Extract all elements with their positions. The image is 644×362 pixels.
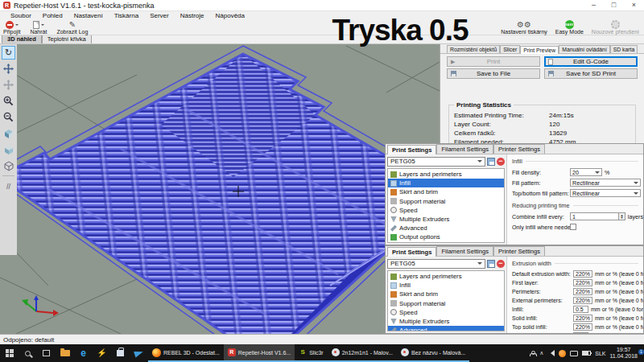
zoom-out-button[interactable] bbox=[2, 110, 15, 124]
list-item[interactable]: Multiple Extruders bbox=[388, 215, 504, 224]
list-item[interactable]: Support material bbox=[388, 299, 504, 308]
load-button[interactable]: Nahrát bbox=[30, 20, 47, 35]
isometric-view-button[interactable] bbox=[2, 126, 15, 140]
list-item[interactable]: Advanced bbox=[388, 224, 504, 232]
list-item[interactable]: Speed bbox=[388, 308, 504, 317]
save-for-sd-button[interactable]: Save for SD Print bbox=[544, 68, 638, 79]
task-view-button[interactable] bbox=[37, 344, 56, 362]
show-log-button[interactable]: ✎ Zobrazit Log bbox=[56, 20, 88, 35]
extrusion-width-input[interactable]: 220% bbox=[573, 288, 592, 295]
zoom-in-button[interactable] bbox=[2, 94, 15, 108]
menu-soubor[interactable]: Soubor bbox=[5, 12, 37, 19]
taskbar-app-repetier[interactable]: R Repetier-Host V1.6... bbox=[224, 344, 295, 362]
tab-3d-view[interactable]: 3D náhled bbox=[2, 35, 42, 43]
menu-nastroje[interactable]: Nástroje bbox=[175, 12, 210, 19]
only-infill-checkbox[interactable] bbox=[570, 224, 576, 230]
tab-filament-settings[interactable]: Filament Settings bbox=[436, 246, 493, 256]
taskbar-app-slic3r[interactable]: S Slic3r bbox=[295, 344, 328, 362]
start-button[interactable] bbox=[0, 344, 19, 362]
save-preset-icon[interactable] bbox=[487, 260, 495, 268]
taskbar-app-paint-2[interactable]: Bez názvu - Malová... bbox=[397, 344, 469, 362]
front-view-button[interactable] bbox=[2, 142, 15, 156]
volume-icon[interactable] bbox=[547, 350, 555, 356]
tab-print-settings[interactable]: Print Settings bbox=[387, 145, 436, 154]
delete-preset-icon[interactable]: − bbox=[497, 158, 505, 166]
file-explorer-button[interactable] bbox=[56, 344, 74, 362]
emergency-stop-button[interactable]: Nouzové přerušení bbox=[592, 20, 639, 35]
save-to-file-button[interactable]: Save to File bbox=[447, 68, 540, 79]
hidden-icons-chevron[interactable]: ∧ bbox=[539, 350, 543, 356]
delete-preset-icon[interactable]: − bbox=[497, 260, 505, 268]
tab-filament-settings[interactable]: Filament Settings bbox=[436, 144, 493, 154]
list-item[interactable]: Skirt and brim bbox=[388, 290, 504, 298]
menu-server[interactable]: Server bbox=[144, 12, 175, 19]
tab-printer-settings[interactable]: Printer Settings bbox=[493, 144, 545, 154]
store-button[interactable] bbox=[111, 344, 130, 362]
easy-mode-button[interactable]: EASY Easy Mode bbox=[555, 20, 584, 35]
display-icon[interactable] bbox=[570, 351, 578, 356]
taskbar-app-paint-1[interactable]: 2n12m1n1 - Malov... bbox=[328, 344, 397, 362]
language-indicator[interactable]: SLK bbox=[595, 351, 605, 356]
chevron-down-icon[interactable] bbox=[15, 24, 19, 27]
connect-button[interactable]: Připojit bbox=[3, 20, 20, 35]
tab-sd-card[interactable]: SD karta bbox=[610, 45, 638, 53]
menu-tiskarna[interactable]: Tiskárna bbox=[109, 12, 144, 19]
print-button[interactable]: ▶ Print bbox=[447, 56, 540, 67]
menu-pohled[interactable]: Pohled bbox=[37, 12, 68, 19]
taskbar-app-firefox[interactable]: REBEL 3D - Odeslat... bbox=[148, 344, 224, 362]
fill-pattern-select[interactable]: Rectilinear bbox=[570, 179, 641, 187]
clock[interactable]: 19:57 11.04.2018 bbox=[609, 347, 638, 360]
utility-button[interactable]: ⚡ bbox=[93, 344, 111, 362]
extrusion-width-input[interactable]: 220% bbox=[573, 315, 592, 322]
menu-nastaveni[interactable]: Nastavení bbox=[68, 12, 109, 19]
preset-select[interactable]: PETG05 bbox=[387, 259, 485, 269]
list-item[interactable]: Infill bbox=[388, 281, 504, 290]
top-bottom-pattern-select[interactable]: Rectilinear bbox=[570, 189, 641, 197]
extrusion-width-input[interactable]: 220% bbox=[573, 297, 592, 304]
tab-printer-settings[interactable]: Printer Settings bbox=[493, 246, 545, 256]
chevron-down-icon[interactable] bbox=[41, 24, 44, 27]
list-item[interactable]: Notes bbox=[388, 242, 504, 244]
minimize-button[interactable]: – bbox=[584, 0, 604, 10]
move-viewpoint-button[interactable] bbox=[2, 78, 15, 92]
move-object-button[interactable] bbox=[2, 62, 15, 76]
fill-density-combo[interactable]: 20 bbox=[570, 168, 602, 176]
list-item[interactable]: Advanced bbox=[388, 326, 504, 331]
list-item[interactable]: Output options bbox=[388, 232, 504, 241]
list-item[interactable]: Layers and perimeters bbox=[388, 272, 504, 281]
tab-slicer[interactable]: Slicer bbox=[500, 45, 520, 53]
combine-infill-input[interactable]: 1 bbox=[570, 212, 619, 220]
menu-napoveda[interactable]: Nápověda bbox=[210, 12, 250, 19]
antivirus-icon[interactable] bbox=[559, 350, 566, 357]
top-view-button[interactable] bbox=[2, 158, 15, 172]
printer-settings-button[interactable]: ⚙⚙ Nastavení tiskárny bbox=[501, 20, 547, 35]
tab-manual-control[interactable]: Manuální ovládání bbox=[559, 45, 610, 53]
builder-app-button[interactable] bbox=[130, 344, 148, 362]
list-item[interactable]: Multiple Extruders bbox=[388, 317, 504, 326]
list-item[interactable]: Skirt and brim bbox=[388, 187, 504, 196]
tab-print-preview[interactable]: Print Preview bbox=[520, 46, 559, 54]
close-button[interactable]: × bbox=[624, 0, 644, 10]
extrusion-width-input[interactable]: 220% bbox=[573, 279, 592, 286]
list-item[interactable]: Layers and perimeters bbox=[388, 170, 504, 179]
edit-gcode-button[interactable]: Edit G-Code bbox=[544, 56, 638, 67]
save-preset-icon[interactable] bbox=[487, 158, 495, 166]
spinner-buttons[interactable]: ▲▼ bbox=[619, 212, 625, 220]
extrusion-width-input[interactable]: 0.5 bbox=[573, 306, 588, 313]
people-icon[interactable] bbox=[530, 351, 535, 356]
taskbar-search-button[interactable] bbox=[19, 344, 37, 362]
tab-print-settings[interactable]: Print Settings bbox=[387, 247, 436, 257]
3d-viewport[interactable] bbox=[0, 44, 440, 334]
maximize-button[interactable]: □ bbox=[604, 0, 624, 10]
list-item[interactable]: Infill bbox=[388, 179, 504, 187]
extrusion-width-input[interactable]: 220% bbox=[573, 323, 592, 331]
battery-icon[interactable] bbox=[582, 351, 591, 356]
tab-temperature-curve[interactable]: Teplotní křivka bbox=[42, 35, 92, 43]
list-item[interactable]: Speed bbox=[388, 206, 504, 215]
edge-button[interactable]: e bbox=[74, 344, 93, 362]
extrusion-width-input[interactable]: 220% bbox=[573, 270, 592, 278]
preset-select[interactable]: PETG05 bbox=[387, 157, 485, 167]
rotate-view-button[interactable]: ↻ bbox=[2, 46, 15, 60]
parallel-projection-button[interactable]: // bbox=[2, 179, 15, 193]
list-item[interactable]: Support material bbox=[388, 197, 504, 206]
